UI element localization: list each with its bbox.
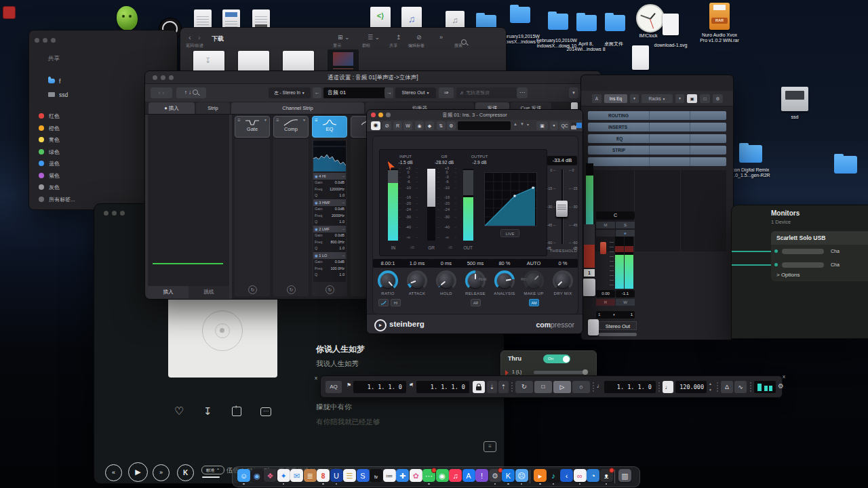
view-list-icon[interactable]: ☰ ⌄ [368, 34, 380, 41]
sidebar-tag-item[interactable]: 紫色 [39, 173, 60, 180]
knob-body[interactable] [497, 273, 512, 288]
share-icon[interactable]: ↑ [232, 407, 241, 416]
preset-down-icon[interactable]: ▼ [520, 122, 524, 126]
pan-display[interactable]: C [596, 211, 635, 220]
dock-icon-app-tools[interactable]: ✚ [396, 469, 409, 482]
qc-button[interactable]: QC [559, 121, 570, 130]
svg-file-icon[interactable] [663, 14, 679, 35]
right-locator-icon[interactable]: ⚑ [409, 382, 414, 388]
tab-strip[interactable]: Strip [196, 102, 230, 114]
eq-band-row[interactable]: Freq12000Hz [313, 186, 346, 193]
scrollbar[interactable] [599, 333, 637, 336]
lock-button[interactable] [473, 381, 485, 393]
eq-band-row[interactable]: Gain0.0dB [313, 232, 346, 239]
preset-up-icon[interactable]: ▲ [513, 122, 517, 126]
clock-widget[interactable] [636, 4, 665, 33]
eq-band-row[interactable]: Q1.0 [313, 192, 346, 199]
dock-icon-reminders[interactable]: ≔ [383, 469, 396, 482]
nav-back-forward[interactable]: ‹ › [151, 87, 172, 98]
eq-band-header[interactable]: ◉ 2 LMF ~ [313, 226, 346, 232]
dock-icon-calendar[interactable]: 8 [317, 469, 330, 482]
auto-makeup-button[interactable]: AM [529, 299, 539, 306]
sidebar-tag-item[interactable]: 黄色 [39, 137, 60, 144]
fader-cap[interactable] [583, 279, 595, 296]
bypass-circle-icon[interactable]: ↻ [248, 285, 257, 294]
share-icon[interactable]: ↥ [396, 34, 401, 41]
gear-icon[interactable]: ⚙ [778, 382, 784, 390]
routing-display[interactable]: 1 ◐ 1 [596, 311, 635, 319]
bypass-button[interactable]: ⊘ [382, 121, 391, 130]
dock-icon-app-swirl[interactable]: S [357, 469, 370, 482]
setup-button[interactable]: ⚙ [713, 94, 723, 103]
chevron-down-button[interactable]: ▼ [550, 121, 558, 130]
nav-forward-icon[interactable]: › [198, 33, 201, 41]
record-button[interactable]: ○ [572, 381, 590, 393]
mute-button[interactable]: M [596, 222, 615, 228]
sidebar-tag-item[interactable]: 绿色 [39, 149, 60, 156]
gain-display[interactable]: 0.00 [596, 290, 615, 298]
dock-icon-finder[interactable]: ☺ [237, 469, 250, 482]
eq-band-row[interactable]: Freq2000Hz [313, 213, 346, 220]
knob-body[interactable] [439, 273, 454, 288]
dock-icon-app-u[interactable]: U [330, 469, 343, 482]
dock-icon-siri[interactable]: ◉ [251, 469, 264, 482]
lock-icon[interactable] [571, 120, 576, 132]
preset-name-field[interactable] [458, 121, 511, 130]
edit-button[interactable]: e [616, 230, 635, 237]
minimize-button[interactable] [112, 211, 117, 216]
right-locator-display[interactable]: 1. 1. 1. 0 [416, 381, 469, 393]
dock-icon-app-knot[interactable]: ∞ [574, 469, 587, 482]
close-icon[interactable]: x [783, 373, 785, 380]
bottom-tab-inserts[interactable]: 插入 [148, 286, 189, 298]
activate-button[interactable]: ◉ [371, 121, 380, 130]
preset-field[interactable]: ♬ 无轨道预设 [456, 87, 518, 98]
cycle-button[interactable]: ↻ [515, 381, 533, 393]
punch-in-button[interactable]: ⇣ [487, 381, 497, 393]
eq-band-row[interactable]: Gain0.0dB [313, 206, 346, 213]
rack-routing[interactable]: ROUTING [588, 111, 726, 120]
close-button[interactable] [35, 38, 39, 43]
direct-routing-button[interactable]: ⇒ [439, 87, 454, 98]
dock-icon-launchpad[interactable]: ❖ [264, 469, 277, 482]
eq-band-header[interactable]: ◉ 1 LO ~ [313, 252, 346, 259]
channel-slider[interactable] [782, 249, 824, 254]
dock-icon-qq[interactable]: ☹ [515, 469, 528, 482]
blank-page-icon[interactable] [632, 45, 649, 70]
preset-arrows-button[interactable]: ⇅ [437, 121, 446, 130]
ktv-button[interactable]: K [177, 464, 194, 481]
options-link[interactable]: > Options [776, 272, 800, 278]
dock-icon-app-arrow[interactable]: ‹ [560, 469, 573, 482]
next-button[interactable]: » [153, 464, 170, 481]
left-locator-display[interactable]: 1. 1. 1. 0 [353, 381, 406, 393]
output-routing-select[interactable]: Stereo Out ▼ [395, 87, 436, 98]
dock-icon-photos[interactable]: ✿ [410, 469, 422, 482]
thru-toggle[interactable]: On [543, 354, 570, 363]
eq-band-row[interactable]: Q1.0 [313, 219, 346, 226]
stop-button[interactable]: □ [534, 381, 552, 393]
bypass-circle-icon[interactable]: ↻ [326, 285, 334, 294]
nav-back-icon[interactable]: ‹ [189, 33, 191, 41]
remix-folder-icon[interactable] [739, 145, 762, 163]
eq-band-row[interactable]: Q1.0 [313, 272, 346, 279]
close-button[interactable] [104, 211, 108, 216]
rack-eq[interactable]: EQ [588, 134, 726, 143]
play-button[interactable]: ▶ [128, 462, 148, 482]
sync-button[interactable]: ∿ [734, 381, 747, 393]
drive-icon[interactable] [781, 87, 808, 111]
ab-switch-button[interactable]: ◉ [415, 121, 424, 130]
tempo-display[interactable]: 120.000 [675, 381, 707, 393]
preset-more-button[interactable]: ⋯ [517, 87, 528, 98]
desktop-folder-icon[interactable] [510, 7, 530, 23]
play-button[interactable]: ▷ [553, 381, 571, 393]
bottom-tab-routing[interactable]: 跳线 [189, 286, 229, 298]
layout-right-button[interactable]: □ [700, 94, 710, 103]
left-locator-icon[interactable]: ⚑ [347, 382, 351, 388]
sidebar-tag-item[interactable]: 橙色 [39, 125, 60, 132]
channel-slider[interactable] [782, 262, 824, 268]
tag-icon[interactable]: ⊘ [416, 34, 422, 41]
eq-band-row[interactable]: Freq100.0Hz [313, 266, 346, 272]
layout-left-button[interactable]: ▣ [687, 94, 697, 103]
nav-up-down-search[interactable]: ↑ ↓ [176, 87, 206, 98]
knob-body[interactable] [410, 273, 425, 288]
dock-icon-kugou[interactable]: K [502, 469, 515, 482]
